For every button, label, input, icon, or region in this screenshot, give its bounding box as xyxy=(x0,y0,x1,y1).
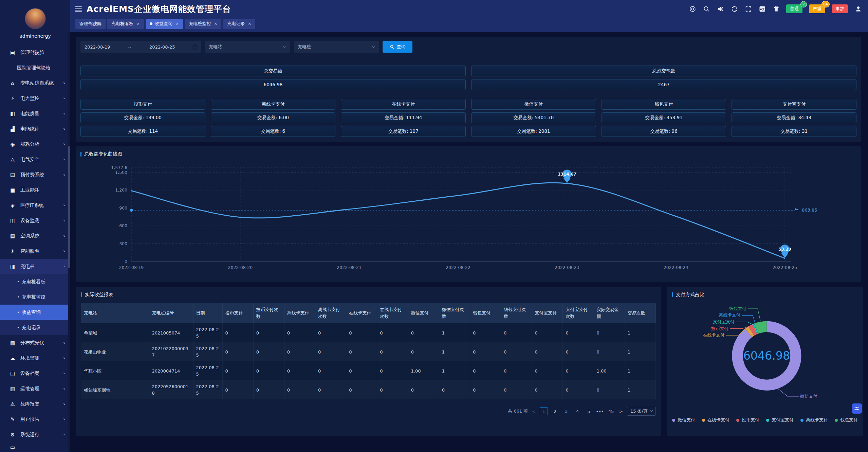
query-button[interactable]: 查询 xyxy=(383,41,412,53)
sidebar-subitem[interactable]: •收益查询 xyxy=(0,305,70,320)
page-number[interactable]: ••• xyxy=(596,407,604,415)
sidebar-item[interactable]: ▢设备档案∨ xyxy=(0,366,70,381)
table-column-header[interactable]: 钱包支付次数 xyxy=(501,303,532,323)
legend-item[interactable]: 投币支付 xyxy=(736,417,759,423)
next-page-icon[interactable]: > xyxy=(618,409,624,414)
legend-item[interactable]: 在线卡支付 xyxy=(702,417,730,423)
page-number[interactable]: 1 xyxy=(540,407,548,415)
table-column-header[interactable]: 微信支付次数 xyxy=(439,303,470,323)
tab-item[interactable]: 充电桩看板× xyxy=(107,19,144,29)
alarm-badge[interactable]: 普通7 xyxy=(786,4,802,13)
pile-select[interactable]: 充电桩 xyxy=(294,41,379,53)
close-icon[interactable]: × xyxy=(176,21,179,26)
table-column-header[interactable]: 交易次数 xyxy=(625,303,655,323)
alarm-badge[interactable]: 严重84 xyxy=(809,4,825,13)
pie-slice[interactable] xyxy=(749,331,751,333)
sidebar-item[interactable]: ▤预付费系统∨ xyxy=(0,167,70,182)
tab-item[interactable]: 管理驾驶舱 xyxy=(75,19,106,29)
menu-collapse-icon[interactable] xyxy=(75,6,82,12)
pie-slice[interactable] xyxy=(755,329,756,329)
tab-item[interactable]: 充电桩监控× xyxy=(185,19,221,29)
close-icon[interactable]: × xyxy=(248,21,251,26)
refresh-icon[interactable] xyxy=(731,5,738,13)
table-row[interactable]: 花果山物业202102200000372022-08-2500000001000… xyxy=(81,342,656,361)
sidebar-item[interactable]: ◨充电桩∧ xyxy=(0,259,70,274)
table-column-header[interactable]: 离线卡支付次数 xyxy=(315,303,346,323)
sidebar-item[interactable]: △电气安全∨ xyxy=(0,152,70,167)
sidebar-item[interactable]: ▭ xyxy=(0,442,70,449)
legend-item[interactable]: 微信支付 xyxy=(672,417,695,423)
sidebar-item[interactable]: ▩分布式光伏∨ xyxy=(0,335,70,350)
table-row[interactable]: 畅达峰东侧地202205260000182022-08-250000000000… xyxy=(81,380,656,399)
legend-item[interactable]: 离线卡支付 xyxy=(800,417,828,423)
sidebar-item[interactable]: ⚠故障报警∨ xyxy=(0,396,70,412)
page-number[interactable]: 4 xyxy=(573,407,581,415)
sidebar-item[interactable]: ⚡电力监控∨ xyxy=(0,91,70,106)
sidebar-item[interactable]: ◈医疗IT系统∨ xyxy=(0,198,70,213)
alarm-badge[interactable]: 事故 xyxy=(832,4,848,13)
sidebar-item[interactable]: ▣管理驾驶舱 xyxy=(0,45,70,60)
table-column-header[interactable]: 实际交易金额 xyxy=(594,303,625,323)
avatar[interactable] xyxy=(25,8,46,29)
station-select[interactable]: 充电站 xyxy=(205,41,290,53)
table-column-header[interactable]: 日期 xyxy=(193,303,222,323)
page-size-select[interactable]: 15 条/页 xyxy=(627,407,656,416)
theme-icon[interactable] xyxy=(772,5,780,13)
legend-item[interactable]: 支付宝支付 xyxy=(766,417,794,423)
table-column-header[interactable]: 支付宝支付 xyxy=(532,303,563,323)
date-start[interactable]: 2022-08-19 xyxy=(85,44,110,50)
sidebar-item[interactable]: ◧电能质量∨ xyxy=(0,106,70,121)
sidebar-child-item[interactable]: 医院管理驾驶舱 xyxy=(0,60,70,75)
legend-item[interactable]: 钱包支付 xyxy=(835,417,858,423)
table-column-header[interactable]: 充电站 xyxy=(81,303,149,323)
table-column-header[interactable]: 钱包支付 xyxy=(470,303,501,323)
table-column-header[interactable]: 充电桩编号 xyxy=(149,303,193,323)
close-icon[interactable]: × xyxy=(136,21,140,26)
date-end[interactable]: 2022-08-25 xyxy=(149,44,175,50)
sidebar-item[interactable]: ☀智能照明∨ xyxy=(0,243,70,259)
table-column-header[interactable]: 在线卡支付次数 xyxy=(377,303,408,323)
user-icon[interactable] xyxy=(854,5,862,13)
sidebar-subitem[interactable]: •充电桩监控 xyxy=(0,289,70,305)
page-number[interactable]: 45 xyxy=(607,407,615,415)
table-column-header[interactable]: 离线卡支付 xyxy=(284,303,315,323)
sidebar-subitem[interactable]: •充电记录 xyxy=(0,320,70,335)
search-icon[interactable] xyxy=(703,5,710,13)
settings-float-button[interactable] xyxy=(852,403,862,414)
sidebar-item[interactable]: ✎用户报告∨ xyxy=(0,412,70,427)
tab-item[interactable]: 充电记录× xyxy=(223,19,255,29)
page-number[interactable]: 3 xyxy=(562,407,570,415)
sidebar-item[interactable]: ◉能耗分析∨ xyxy=(0,137,70,152)
table-column-header[interactable]: 支付宝支付次数 xyxy=(563,303,594,323)
table-row[interactable]: 华苑小区20200047142022-08-250000001.00100001… xyxy=(81,361,656,380)
sidebar-item[interactable]: ⌂变电站综自系统∨ xyxy=(0,75,70,91)
close-icon[interactable]: × xyxy=(214,21,217,26)
table-column-header[interactable]: 在线卡支付 xyxy=(346,303,377,323)
sidebar-item[interactable]: ■工业能耗 xyxy=(0,182,70,198)
table-row[interactable]: 希望城20210050742022-08-2500000001000001 xyxy=(81,323,656,342)
table-column-header[interactable]: 投币支付 xyxy=(222,303,253,323)
sidebar-item[interactable]: ▦空调系统∨ xyxy=(0,228,70,243)
sidebar-item[interactable]: ◫设备监测∨ xyxy=(0,213,70,228)
fullscreen-icon[interactable] xyxy=(744,5,752,13)
target-icon[interactable] xyxy=(689,5,696,13)
sidebar-item[interactable]: ⚙系统运行∨ xyxy=(0,427,70,442)
prev-page-icon[interactable]: < xyxy=(531,409,537,414)
volume-icon[interactable] xyxy=(717,5,724,13)
chevron-down-icon xyxy=(650,409,653,412)
table-column-header[interactable]: 投币支付次数 xyxy=(253,303,284,323)
electrical-safety-icon: △ xyxy=(9,157,16,163)
sidebar-item[interactable]: ▟电能统计∨ xyxy=(0,121,70,137)
pie-slice[interactable] xyxy=(751,329,755,331)
sidebar-scrollbar-thumb[interactable] xyxy=(68,146,70,268)
tab-active[interactable]: 收益查询× xyxy=(146,19,183,29)
page-number[interactable]: 2 xyxy=(551,407,559,415)
date-range-picker[interactable]: 2022-08-19 ~ 2022-08-25 xyxy=(80,41,201,53)
translate-icon[interactable]: A文 xyxy=(758,5,766,13)
sidebar-item[interactable]: ☁环境监测∨ xyxy=(0,350,70,366)
table-column-header[interactable]: 微信支付 xyxy=(408,303,439,323)
pie-slice[interactable] xyxy=(756,327,767,329)
page-number[interactable]: 5 xyxy=(585,407,593,415)
sidebar-item[interactable]: ▥运维管理∨ xyxy=(0,381,70,396)
sidebar-subitem[interactable]: •充电桩看板 xyxy=(0,274,70,289)
